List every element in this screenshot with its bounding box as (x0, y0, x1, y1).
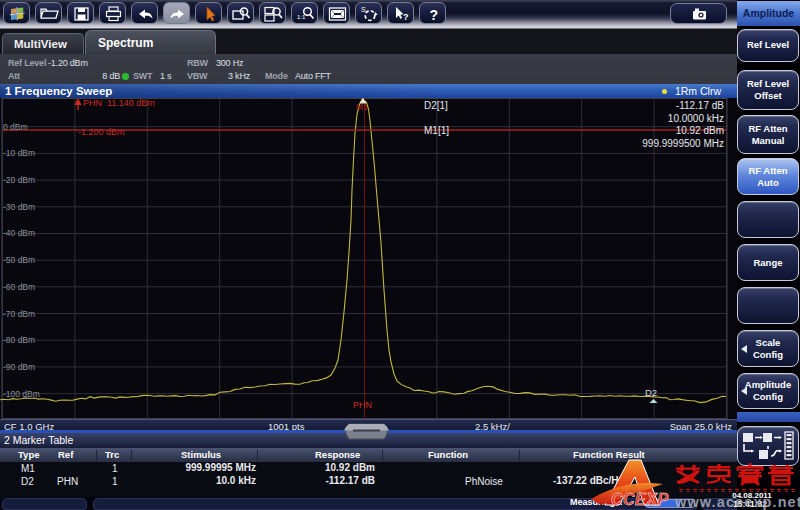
svg-text:?: ? (403, 12, 409, 22)
svg-text:?: ? (430, 7, 439, 23)
svg-text:CCEXP: CCEXP (611, 491, 669, 508)
svg-text:S: S (361, 6, 366, 13)
svg-text:www.aceexp.net: www.aceexp.net (675, 494, 800, 510)
